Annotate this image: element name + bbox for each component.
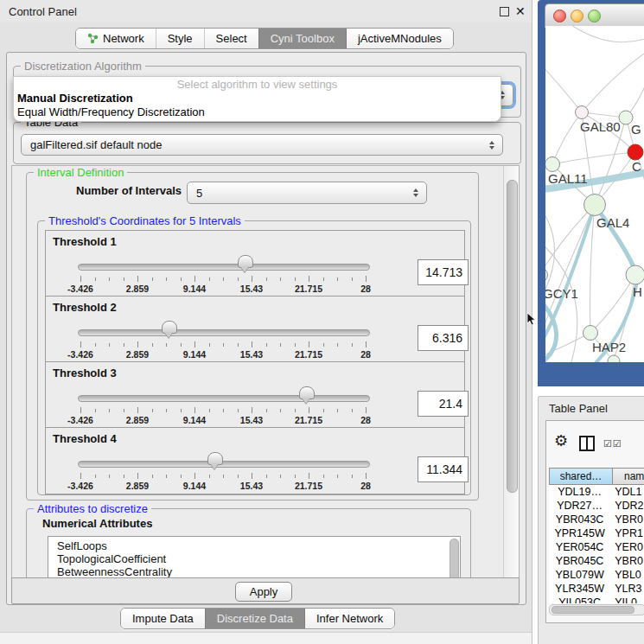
vertical-scrollbar[interactable] [503,166,519,578]
screen: Control Panel ✕ Network Style Select Cyn… [0,0,644,644]
slider-tick [209,343,210,347]
tab-select[interactable]: Select [204,29,258,48]
slider-tick [266,475,267,478]
zoom-traffic-light[interactable] [588,10,601,22]
scrollbar-thumb[interactable] [507,180,518,493]
threshold-4-slider[interactable]: -3.4262.8599.14415.4321.71528 [80,450,366,490]
apply-button[interactable]: Apply [235,582,292,602]
close-icon[interactable]: ✕ [515,3,526,19]
threshold-value-field[interactable]: 6.316 [418,325,469,351]
cell: YDL1 [610,485,644,499]
axis-tick-label: 15.43 [240,415,263,425]
network-node[interactable] [576,106,589,119]
threshold-2-panel: Threshold 2 -3.4262.8599.14415.4321.7152… [45,296,465,363]
tab-infer-network[interactable]: Infer Network [304,609,394,628]
network-node-label: G [631,122,641,137]
network-node[interactable] [545,268,548,283]
slider-thumb[interactable] [299,386,315,399]
number-of-intervals-combobox[interactable]: 5 [187,182,427,204]
tab-discretize-data[interactable]: Discretize Data [205,609,304,628]
tab-label: Style [168,32,193,45]
network-view-canvas[interactable]: GAL80GCGAL11GAL4GCY1HHAP2 [545,26,644,362]
minimize-traffic-light[interactable] [571,10,583,22]
table-data-combobox[interactable]: galFiltered.sif default node [21,134,503,156]
network-nodes: GAL80GCGAL11GAL4GCY1HHAP2 [545,106,644,363]
slider-track [78,264,370,271]
table-data-group: Table Data galFiltered.sif default node [13,122,521,164]
float-window-icon[interactable] [500,7,509,16]
slider-tick [95,277,96,281]
threshold-2-slider[interactable]: -3.4262.8599.14415.4321.71528 [80,319,366,359]
tab-cyni-toolbox[interactable]: Cyni Toolbox [258,29,346,48]
threshold-label: Threshold 4 [53,432,117,445]
dropdown-option-equal-width-frequency[interactable]: Equal Width/Frequency Discretization [14,105,501,119]
cell: YPR145W [549,526,610,540]
slider-tick [295,475,296,478]
table-row[interactable]: YBR043CYBR0 [549,513,644,526]
dropdown-prompt: Select algorithm to view settings [14,77,501,92]
slider-tick [337,343,338,347]
select-columns-icon[interactable]: ☑☑ [603,438,622,450]
list-item[interactable]: BetweennessCentrality [48,565,460,578]
network-node[interactable] [545,157,560,172]
tab-style[interactable]: Style [156,29,204,48]
slider-tick [80,276,81,282]
table-row[interactable]: YER054CYER0 [549,540,644,554]
list-scrollbar[interactable] [450,539,459,579]
threshold-value-field[interactable]: 21.4 [418,391,469,417]
table-row[interactable]: YBL079WYBL0 [549,568,644,582]
network-canvas[interactable]: GAL80GCGAL11GAL4GCY1HHAP2 [545,26,644,362]
interval-definition-group: Interval Definition Number of Intervals … [26,172,479,501]
table-panel-body: ⚙ ☑☑ shared… name YDL19…YDL1 YDR27…YDR2 … [545,420,644,623]
axis-tick-label: -3.426 [67,284,93,294]
threshold-value-field[interactable]: 11.344 [418,456,469,482]
dropdown-option-manual-discretization[interactable]: Manual Discretization [14,92,501,105]
list-item[interactable]: SelfLoops [48,537,460,552]
scrollbar-thumb[interactable] [552,606,634,614]
slider-tick [266,277,267,281]
slider-tick [181,277,182,281]
network-node[interactable] [583,326,598,341]
slider-track [78,461,370,468]
cell: YBR0 [610,513,644,526]
close-traffic-light[interactable] [553,10,566,22]
table-header-row: shared… name [549,468,644,485]
slider-thumb[interactable] [207,452,223,465]
threshold-value-field[interactable]: 14.713 [418,259,469,285]
network-window-titlebar[interactable] [545,3,644,28]
network-node[interactable] [626,265,644,284]
horizontal-scrollbar[interactable] [549,604,644,615]
table-row[interactable]: YLR345WYLR3 [549,582,644,596]
table-row[interactable]: YIL053CYIL0 [549,596,644,603]
slider-thumb[interactable] [238,255,253,268]
tab-jactivemnodules[interactable]: jActiveMNodules [346,29,453,48]
table-row[interactable]: YBR045CYBR0 [549,554,644,568]
slider-thumb[interactable] [162,321,177,334]
gear-icon[interactable]: ⚙ [554,432,568,450]
column-header-shared-name[interactable]: shared… [549,468,613,485]
slider-tick [109,409,110,412]
threshold-1-slider[interactable]: -3.4262.8599.14415.4321.71528 [80,253,366,293]
network-node[interactable] [584,194,606,216]
slider-tick [337,475,338,478]
slider-tick [337,409,338,412]
tab-network[interactable]: Network [76,29,156,48]
cell: YBR045C [549,554,610,568]
slider-tick [295,277,296,281]
table-row[interactable]: YDL19…YDL1 [549,485,644,499]
axis-tick-label: 28 [360,349,371,360]
table-row[interactable]: YDR27…YDR2 [549,499,644,513]
column-header-name[interactable]: name [612,468,644,485]
group-title: Discretization Algorithm [21,60,145,73]
column-layout-icon[interactable] [579,436,595,451]
slider-tick [295,343,296,347]
network-node[interactable] [628,144,643,160]
cell: YLR345W [549,582,610,596]
tab-impute-data[interactable]: Impute Data [121,609,205,628]
table-row[interactable]: YPR145WYPR1 [549,526,644,540]
threshold-3-slider[interactable]: -3.4262.8599.14415.4321.71528 [80,385,366,424]
list-item[interactable]: TopologicalCoefficient [48,552,460,565]
cell: YIL053C [549,596,610,603]
slider-tick [80,473,81,479]
slider-tick [194,341,195,348]
